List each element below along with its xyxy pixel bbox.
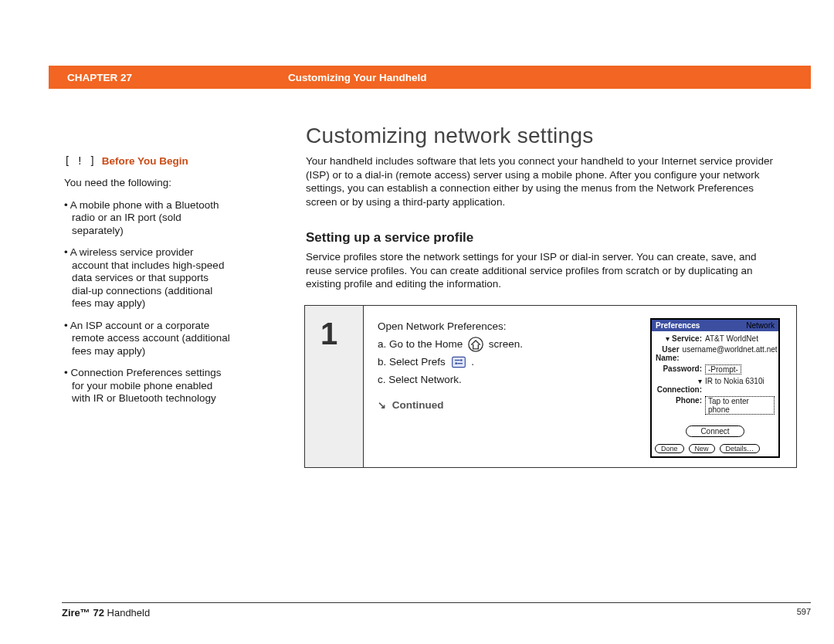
- svg-rect-1: [452, 357, 465, 367]
- chapter-label: CHAPTER 27: [49, 72, 288, 83]
- home-icon: [468, 337, 483, 352]
- palm-done-button: Done: [655, 444, 684, 453]
- page-heading: Customizing network settings: [306, 124, 785, 148]
- step-number: 1: [305, 306, 364, 467]
- palm-phone-value: Tap to enter phone: [705, 396, 775, 415]
- palm-screenshot: Preferences Network Service: AT&T WorldN…: [645, 306, 796, 467]
- palm-password-value: -Prompt-: [705, 364, 741, 375]
- palm-phone-label: Phone:: [656, 396, 705, 405]
- step-c: c. Select Network.: [378, 371, 636, 389]
- step-lead: Open Network Preferences:: [378, 318, 636, 336]
- sidebar-intro: You need the following:: [64, 177, 230, 189]
- svg-point-3: [460, 359, 463, 361]
- section-intro: Service profiles store the network setti…: [306, 250, 785, 291]
- palm-username-value: username@worldnet.att.net: [683, 345, 778, 354]
- palm-titlebar: Preferences Network: [652, 320, 778, 331]
- palm-category: Network: [746, 321, 775, 330]
- list-item: A wireless service provider account that…: [64, 246, 230, 310]
- palm-service-label: Service:: [672, 334, 702, 343]
- palm-password-label: Password:: [656, 364, 705, 373]
- palm-details-button: Details…: [720, 444, 761, 453]
- alert-brackets: [ ! ]: [64, 154, 102, 167]
- palm-service-value: AT&T WorldNet: [705, 334, 775, 343]
- palm-new-button: New: [689, 444, 715, 453]
- continued-indicator: ↘ Continued: [378, 397, 636, 415]
- chapter-header-bar: CHAPTER 27 Customizing Your Handheld: [49, 66, 811, 89]
- palm-app-title: Preferences: [656, 321, 700, 330]
- svg-point-5: [455, 362, 457, 364]
- step-instructions: Open Network Preferences: a. Go to the H…: [364, 306, 645, 467]
- list-item: A mobile phone with a Bluetooth radio or…: [64, 199, 230, 237]
- chapter-title: Customizing Your Handheld: [288, 72, 427, 83]
- intro-paragraph: Your handheld includes software that let…: [306, 154, 785, 208]
- palm-preferences-window: Preferences Network Service: AT&T WorldN…: [650, 318, 780, 458]
- palm-connection-label: Connection:: [657, 385, 702, 394]
- page-number: 597: [797, 607, 811, 619]
- requirements-list: A mobile phone with a Bluetooth radio or…: [64, 199, 230, 405]
- palm-username-label: User Name:: [656, 345, 683, 362]
- product-name: Zire™ 72 Handheld: [62, 607, 150, 619]
- section-heading: Setting up a service profile: [306, 230, 785, 246]
- prefs-icon: [451, 354, 466, 370]
- main-content: Customizing network settings Your handhe…: [306, 124, 785, 468]
- list-item: An ISP account or a corporate remote acc…: [64, 320, 230, 358]
- palm-connect-button: Connect: [686, 425, 744, 437]
- step-b: b. Select Prefs .: [378, 354, 636, 371]
- continued-arrow-icon: ↘: [378, 397, 386, 414]
- before-you-begin-heading: Before You Begin: [102, 155, 188, 167]
- step-1-box: 1 Open Network Preferences: a. Go to the…: [304, 305, 797, 468]
- step-a: a. Go to the Home screen.: [378, 336, 636, 354]
- list-item: Connection Preferences settings for your…: [64, 367, 230, 405]
- page-footer: Zire™ 72 Handheld 597: [62, 602, 811, 619]
- before-you-begin-sidebar: [ ! ] Before You Begin You need the foll…: [64, 154, 230, 415]
- palm-connection-value: IR to Nokia 6310i: [705, 377, 775, 385]
